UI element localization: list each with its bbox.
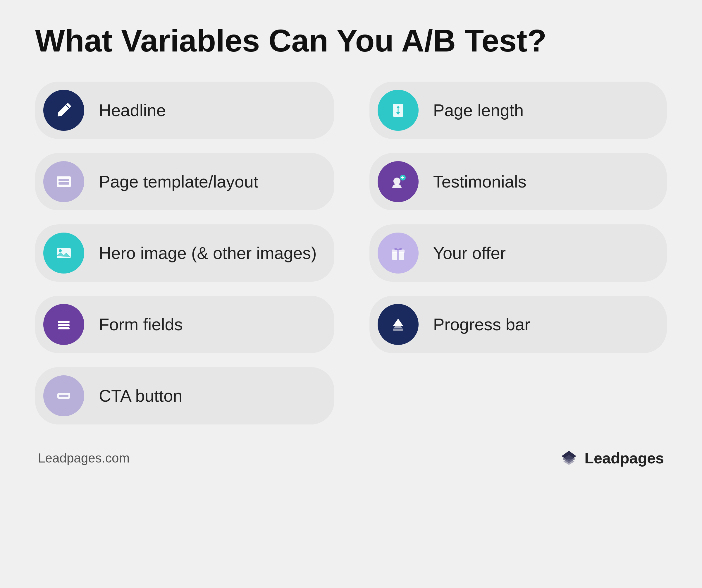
leadpages-logo-icon (559, 448, 579, 468)
svg-rect-5 (58, 179, 69, 181)
hero-image-label: Hero image (& other images) (99, 243, 317, 263)
page-length-label: Page length (433, 100, 524, 120)
list-item-testimonials: Testimonials (369, 153, 667, 210)
resize-icon (378, 90, 419, 131)
svg-rect-14 (58, 321, 70, 323)
template-icon (43, 161, 84, 202)
list-item-hero-image: Hero image (& other images) (35, 224, 334, 282)
cta-button-label: CTA button (99, 386, 183, 405)
list-item-cta-button: CTA button (35, 367, 334, 425)
progress-bar-label: Progress bar (433, 315, 530, 334)
page-template-label: Page template/layout (99, 172, 258, 191)
offer-icon (378, 233, 419, 273)
svg-rect-6 (58, 182, 69, 185)
svg-rect-13 (397, 249, 399, 260)
footer-url: Leadpages.com (38, 451, 130, 465)
list-item-progress-bar: Progress bar (369, 296, 667, 353)
svg-point-7 (393, 178, 400, 185)
svg-rect-21 (59, 395, 69, 397)
headline-label: Headline (99, 100, 166, 120)
svg-point-10 (59, 249, 62, 252)
svg-rect-4 (57, 177, 71, 187)
form-icon (43, 304, 84, 345)
list-item-page-length: Page length (369, 82, 667, 139)
pencil-icon (43, 90, 84, 131)
your-offer-label: Your offer (433, 243, 506, 263)
cta-icon (43, 375, 84, 416)
list-item-headline: Headline (35, 82, 334, 139)
image-icon (43, 233, 84, 273)
progress-icon (378, 304, 419, 345)
footer: Leadpages.com Leadpages (35, 448, 667, 468)
svg-rect-15 (58, 324, 70, 326)
list-item-form-fields: Form fields (35, 296, 334, 353)
page-title: What Variables Can You A/B Test? (35, 23, 667, 58)
list-item-page-template: Page template/layout (35, 153, 334, 210)
list-item-your-offer: Your offer (369, 224, 667, 282)
testimonials-icon (378, 161, 419, 202)
form-fields-label: Form fields (99, 315, 183, 334)
svg-rect-16 (58, 327, 70, 329)
leadpages-logo: Leadpages (559, 448, 664, 468)
leadpages-brand-name: Leadpages (584, 449, 664, 467)
svg-rect-19 (393, 329, 403, 331)
items-grid: Headline Page length Page template/layou… (35, 82, 667, 425)
testimonials-label: Testimonials (433, 172, 526, 191)
